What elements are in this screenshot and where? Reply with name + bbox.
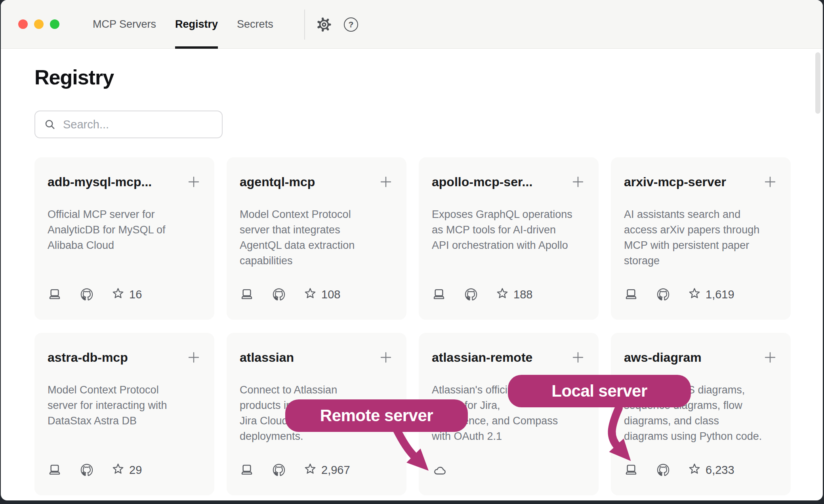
github-icon [80, 463, 93, 477]
card-footer: 6,233 [624, 463, 734, 477]
star-count: 1,619 [706, 288, 734, 301]
star-count: 108 [321, 288, 340, 301]
laptop-icon [240, 288, 254, 301]
description-line: AI assistants search and [624, 207, 778, 222]
server-description: Model Context Protocolserver that integr… [240, 207, 393, 269]
add-server-button[interactable] [570, 350, 586, 365]
star-count-group: 188 [496, 287, 532, 302]
star-icon [496, 287, 509, 302]
card-header: atlassian [240, 350, 393, 365]
server-card[interactable]: arxiv-mcp-server AI assistants search an… [611, 157, 791, 320]
card-footer: 108 [240, 287, 340, 302]
description-line: MCP with persistent paper [624, 238, 778, 253]
description-line: diagrams using Python code. [624, 429, 778, 444]
tab-registry[interactable]: Registry [175, 0, 218, 49]
card-footer: 188 [432, 287, 532, 302]
github-icon [272, 288, 286, 301]
description-line: Model Context Protocol [240, 207, 393, 222]
server-name: apollo-mcp-ser... [432, 175, 532, 189]
star-icon [112, 463, 124, 477]
card-footer: 16 [48, 287, 142, 302]
server-description: Exposes GraphQL operationsas MCP tools f… [432, 207, 586, 253]
settings-gear-icon[interactable] [317, 0, 332, 49]
tab-secrets[interactable]: Secrets [237, 0, 273, 49]
star-icon [688, 463, 701, 477]
description-line: as MCP tools for AI-driven [432, 222, 586, 238]
add-server-button[interactable] [186, 174, 201, 189]
star-icon [688, 287, 701, 302]
card-header: arxiv-mcp-server [624, 174, 778, 189]
laptop-icon [48, 288, 62, 301]
tab-mcp-servers[interactable]: MCP Servers [93, 0, 156, 49]
server-card[interactable]: agentql-mcp Model Context Protocolserver… [227, 157, 406, 320]
star-icon [112, 287, 124, 302]
star-count-group: 108 [304, 287, 340, 302]
search-input[interactable] [63, 118, 206, 131]
github-icon [464, 288, 478, 301]
card-footer [432, 464, 466, 477]
question-mark-icon: ? [344, 17, 358, 32]
star-count-group: 2,967 [304, 463, 350, 477]
description-line: Exposes GraphQL operations [432, 207, 586, 222]
cloud-icon [432, 464, 448, 477]
description-line: capabilities [240, 253, 393, 269]
card-footer: 29 [48, 463, 142, 477]
laptop-icon [624, 288, 638, 301]
description-line: AnalyticDB for MySQL of [48, 222, 201, 238]
server-name: atlassian [240, 350, 294, 365]
server-name: adb-mysql-mcp... [48, 175, 152, 189]
server-name: aws-diagram [624, 350, 702, 365]
traffic-lights [18, 19, 59, 29]
local-server-callout: Local server [508, 375, 691, 407]
star-count-group: 29 [112, 463, 142, 477]
laptop-icon [48, 463, 62, 477]
card-header: astra-db-mcp [48, 350, 201, 365]
server-card[interactable]: adb-mysql-mcp... Official MCP server for… [34, 157, 214, 320]
server-name: agentql-mcp [240, 175, 315, 189]
description-line: access arXiv papers through [624, 222, 778, 238]
close-window-button[interactable] [18, 19, 28, 29]
description-line: server for interacting with [48, 398, 201, 413]
star-count: 6,233 [706, 464, 734, 477]
vertical-scrollbar-thumb[interactable] [815, 52, 820, 114]
add-server-button[interactable] [763, 350, 778, 365]
star-count: 188 [513, 288, 532, 301]
description-line: Official MCP server for [48, 207, 201, 222]
search-box[interactable] [34, 111, 223, 138]
server-description: AI assistants search andaccess arXiv pap… [624, 207, 778, 269]
zoom-window-button[interactable] [50, 19, 59, 29]
server-description: Model Context Protocolserver for interac… [48, 382, 201, 429]
minimize-window-button[interactable] [34, 19, 44, 29]
description-line: Model Context Protocol [48, 382, 201, 398]
star-count: 2,967 [321, 464, 350, 477]
nav-tabs: MCP Servers Registry Secrets [93, 0, 273, 49]
description-line: server that integrates [240, 222, 393, 238]
star-count-group: 1,619 [688, 287, 734, 302]
search-icon [44, 118, 56, 130]
add-server-button[interactable] [378, 174, 393, 189]
server-card[interactable]: astra-db-mcp Model Context Protocolserve… [34, 333, 214, 495]
remote-server-callout: Remote server [285, 399, 468, 432]
titlebar: MCP Servers Registry Secrets ? [1, 0, 823, 49]
add-server-button[interactable] [378, 350, 393, 365]
add-server-button[interactable] [763, 174, 778, 189]
star-count: 16 [129, 288, 142, 301]
page-title: Registry [34, 66, 823, 89]
add-server-button[interactable] [186, 350, 201, 365]
description-line: AgentQL data extraction [240, 238, 393, 253]
server-grid: adb-mysql-mcp... Official MCP server for… [34, 157, 823, 495]
server-card[interactable]: aws-diagram Generate AWS diagrams,sequen… [611, 333, 791, 495]
description-line: diagrams, and class [624, 413, 778, 429]
help-icon[interactable]: ? [344, 0, 358, 49]
laptop-icon [624, 463, 638, 477]
github-icon [656, 288, 670, 301]
server-card[interactable]: apollo-mcp-ser... Exposes GraphQL operat… [419, 157, 599, 320]
description-line: DataStax Astra DB [48, 413, 201, 429]
github-icon [656, 463, 670, 477]
add-server-button[interactable] [570, 174, 586, 189]
star-icon [304, 287, 317, 302]
star-count-group: 6,233 [688, 463, 734, 477]
description-line: storage [624, 253, 778, 269]
card-header: aws-diagram [624, 350, 778, 365]
card-header: agentql-mcp [240, 174, 393, 189]
